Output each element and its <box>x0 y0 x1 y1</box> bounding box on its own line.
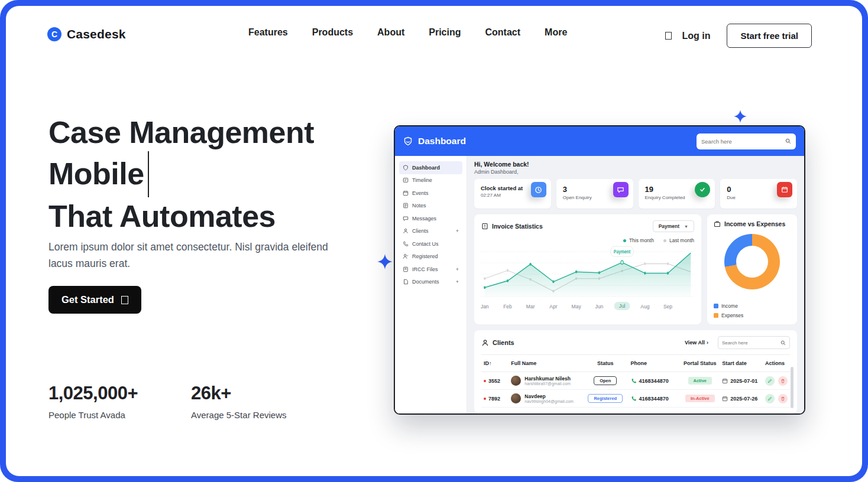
chevron-right-icon: › <box>707 340 708 346</box>
sparkle-icon <box>734 110 747 123</box>
chevron-down-icon: ▼ <box>684 224 688 229</box>
trash-icon <box>780 379 785 383</box>
brand-logo[interactable]: C Casedesk <box>47 27 126 41</box>
status-badge: Open <box>594 376 617 385</box>
hero-title-line3: That Automates <box>48 199 276 233</box>
col-actions: Actions <box>763 355 790 372</box>
nav-link-pricing[interactable]: Pricing <box>429 27 461 38</box>
clients-table: ID↑ Full Name Status Phone Portal Status… <box>481 354 790 408</box>
payment-filter-dropdown[interactable]: Payment ▼ <box>653 220 694 232</box>
nav-link-about[interactable]: About <box>377 27 404 38</box>
invoice-line-chart: Payment <box>481 245 694 301</box>
col-status: Status <box>582 355 629 372</box>
nav-link-products[interactable]: Products <box>312 27 353 38</box>
get-started-label: Get Started <box>61 294 114 305</box>
stat-card-clock[interactable]: Clock started at 02:27 AM <box>474 179 551 209</box>
sidebar-item-clients[interactable]: Clients + <box>399 225 462 238</box>
clients-card: Clients View All › ID↑ <box>474 330 797 413</box>
dashboard-icon <box>403 165 409 171</box>
sidebar-item-documents[interactable]: Documents + <box>399 276 462 289</box>
search-icon <box>785 138 791 144</box>
client-email: nav99singh04@gmail.com <box>524 399 574 403</box>
clients-table-header-row: ID↑ Full Name Status Phone Portal Status… <box>481 355 790 372</box>
stat-block: 26k+ Average 5-Star Reviews <box>191 383 286 420</box>
start-free-trial-button[interactable]: Start free trial <box>727 24 812 48</box>
dashboard-title: Dashboard <box>418 136 466 146</box>
month-label: May <box>572 304 581 310</box>
income-donut <box>724 234 780 289</box>
clients-header: Clients View All › <box>481 336 790 349</box>
client-id[interactable]: 7892 <box>488 396 500 402</box>
month-label: Apr <box>549 304 557 310</box>
month-label: Sep <box>663 304 672 310</box>
clients-search-input[interactable] <box>722 340 778 346</box>
get-started-button[interactable]: Get Started <box>48 286 141 314</box>
sidebar-item-contact-us[interactable]: Contact Us <box>399 237 462 250</box>
sidebar-item-dashboard[interactable]: Dashboard <box>399 161 462 174</box>
trash-icon <box>780 396 785 401</box>
sidebar-item-timeline[interactable]: Timeline <box>399 174 462 187</box>
person-icon <box>481 339 489 347</box>
client-phone: 4168344870 <box>639 396 669 402</box>
calendar-icon <box>403 190 409 196</box>
hero-title: Case Management Mobile That Automates <box>48 113 314 235</box>
stat-cards-row: Clock started at 02:27 AM 3 Open Enquiry <box>474 179 797 209</box>
sidebar-label: Timeline <box>412 177 432 183</box>
enquiry-icon <box>613 182 629 197</box>
sidebar-item-messages[interactable]: Messages <box>399 212 462 225</box>
brand-name: Casedesk <box>67 27 126 41</box>
hero-title-line1: Case Management <box>48 115 314 149</box>
legend-dot <box>663 239 666 242</box>
delete-button[interactable] <box>778 376 788 386</box>
month-label: Mar <box>526 304 535 310</box>
col-id[interactable]: ID↑ <box>481 355 509 372</box>
nav-link-contact[interactable]: Contact <box>485 27 520 38</box>
payment-filter-value: Payment <box>659 223 679 229</box>
phone-icon <box>403 241 409 247</box>
expand-plus-icon[interactable]: + <box>456 228 459 234</box>
invoice-month-labels: JanFebMarAprMayJunJulAugSep <box>481 302 694 312</box>
stat-value: 1,025,000+ <box>48 383 138 404</box>
edit-button[interactable] <box>765 376 775 386</box>
expand-plus-icon[interactable]: + <box>456 266 459 272</box>
avatar <box>511 393 521 403</box>
dashboard-body: Dashboard Timeline Events Notes Messages <box>395 156 804 413</box>
table-scrollbar[interactable] <box>791 367 793 408</box>
stat-block: 1,025,000+ People Trust Avada <box>48 383 138 420</box>
month-label: Aug <box>640 304 649 310</box>
sidebar-item-registered[interactable]: Registered <box>399 250 462 263</box>
client-row[interactable]: 7892 Navdeep nav99singh04@gmail.com <box>481 390 790 408</box>
login-link[interactable]: Log in <box>665 31 710 41</box>
stat-card-due[interactable]: 0 Due <box>720 179 797 209</box>
nav-link-features[interactable]: Features <box>248 27 288 38</box>
invoice-legend: This month Last month <box>481 237 694 243</box>
dashboard-search-input[interactable] <box>701 138 782 145</box>
document-icon <box>403 279 409 285</box>
stat-card-open-enquiry[interactable]: 3 Open Enquiry <box>556 179 633 209</box>
client-row[interactable]: 3552 Harshkumar Nilesh harshlibra97@gmai… <box>481 372 790 390</box>
col-phone: Phone <box>629 355 681 372</box>
svg-text:Payment: Payment <box>614 249 631 255</box>
calendar-icon <box>777 182 792 197</box>
stat-card-enquiry-completed[interactable]: 19 Enquiry Completed <box>639 179 715 209</box>
view-all-link[interactable]: View All › <box>685 340 708 346</box>
col-start-date: Start date <box>720 355 763 372</box>
client-id[interactable]: 3552 <box>488 378 500 384</box>
sidebar-item-events[interactable]: Events <box>399 187 462 200</box>
nav-link-more[interactable]: More <box>545 27 567 38</box>
invoice-icon <box>481 223 488 230</box>
sidebar-item-notes[interactable]: Notes <box>399 200 462 213</box>
month-label: Jun <box>595 304 604 310</box>
dashboard-search[interactable] <box>697 133 796 149</box>
sidebar-item-ircc-files[interactable]: IRCC Files + <box>399 263 462 276</box>
invoice-statistics-card: Invoice Statistics Payment ▼ This month <box>474 214 701 324</box>
sidebar-label: Documents <box>412 279 439 285</box>
legend-swatch <box>714 304 718 308</box>
typing-cursor <box>148 151 149 197</box>
clients-title: Clients <box>493 339 514 346</box>
expand-plus-icon[interactable]: + <box>456 279 459 285</box>
sidebar-label: Registered <box>412 253 438 259</box>
clients-search[interactable] <box>718 336 790 349</box>
edit-button[interactable] <box>765 394 775 403</box>
delete-button[interactable] <box>778 394 788 403</box>
